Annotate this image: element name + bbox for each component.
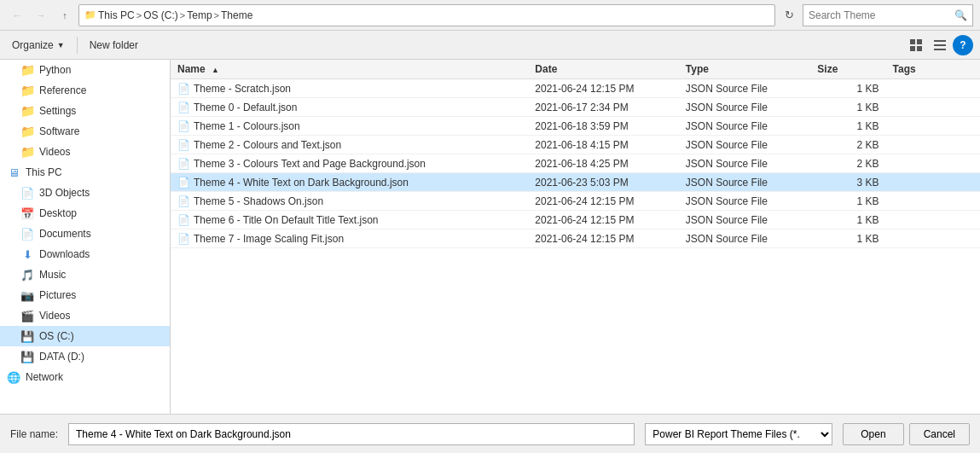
- breadcrumb-folder-icon: 📁: [84, 9, 96, 20]
- sidebar-item-settings[interactable]: 📁 Settings: [0, 101, 170, 121]
- svg-rect-5: [934, 44, 946, 46]
- network-icon: 🌐: [7, 370, 20, 384]
- sidebar-item-data-d[interactable]: 💾 DATA (D:): [0, 346, 170, 367]
- file-type: JSON Source File: [679, 117, 810, 136]
- file-tags: [886, 136, 980, 154]
- table-row[interactable]: 📄Theme 6 - Title On Default Title Text.j…: [171, 211, 980, 229]
- json-file-icon: 📄: [177, 158, 190, 170]
- sidebar-item-reference[interactable]: 📁 Reference: [0, 80, 170, 101]
- folder-icon: 📁: [20, 125, 34, 138]
- new-folder-label: New folder: [90, 39, 138, 51]
- file-size: 1 KB: [810, 117, 885, 136]
- breadcrumb-theme[interactable]: Theme: [221, 9, 252, 21]
- file-name-cell: 📄Theme 5 - Shadows On.json: [171, 192, 528, 211]
- file-date: 2021-06-24 12:15 PM: [528, 211, 679, 229]
- file-tags: [886, 211, 980, 229]
- breadcrumb-temp[interactable]: Temp: [187, 9, 212, 21]
- search-input[interactable]: [809, 9, 951, 21]
- col-header-tags[interactable]: Tags: [886, 60, 980, 79]
- new-folder-button[interactable]: New folder: [84, 38, 143, 53]
- file-size: 2 KB: [810, 136, 885, 154]
- file-type: JSON Source File: [679, 98, 810, 117]
- file-tags: [886, 154, 980, 173]
- file-name-cell: 📄Theme 6 - Title On Default Title Text.j…: [171, 211, 528, 229]
- top-bar: ← → ↑ 📁 This PC > OS (C:) > Temp > Theme…: [0, 0, 980, 31]
- breadcrumb-sep2: >: [180, 10, 185, 20]
- sidebar-item-os-c[interactable]: 💾 OS (C:): [0, 326, 170, 346]
- sidebar-item-python[interactable]: 📁 Python: [0, 60, 170, 80]
- file-name-cell: 📄Theme 7 - Image Scaling Fit.json: [171, 229, 528, 248]
- sidebar-item-3d-objects[interactable]: 📄 3D Objects: [0, 183, 170, 203]
- help-button[interactable]: ?: [953, 35, 973, 55]
- file-date: 2021-06-18 4:25 PM: [528, 154, 679, 173]
- cancel-button[interactable]: Cancel: [909, 423, 970, 445]
- filetype-select[interactable]: Power BI Report Theme Files (*.: [645, 423, 832, 445]
- forward-button[interactable]: →: [31, 5, 51, 26]
- col-header-type[interactable]: Type: [679, 60, 810, 79]
- sidebar-item-label: Settings: [39, 105, 76, 117]
- file-tags: [886, 98, 980, 117]
- open-button[interactable]: Open: [843, 423, 903, 445]
- breadcrumb-sep1: >: [136, 10, 142, 20]
- svg-rect-3: [917, 46, 922, 51]
- folder-icon: 📁: [20, 104, 34, 118]
- refresh-button[interactable]: ↻: [779, 5, 799, 26]
- details-icon: [933, 38, 947, 52]
- file-size: 2 KB: [810, 154, 885, 173]
- up-button[interactable]: ↑: [55, 5, 75, 26]
- organize-button[interactable]: Organize ▼: [7, 38, 70, 53]
- json-file-icon: 📄: [177, 233, 190, 245]
- view-toggle-button[interactable]: [905, 35, 927, 55]
- bottom-bar: File name: Power BI Report Theme Files (…: [0, 414, 980, 453]
- view-details-button[interactable]: [929, 35, 951, 55]
- col-header-name[interactable]: Name ▲: [171, 60, 528, 79]
- file-date: 2021-06-24 12:15 PM: [528, 192, 679, 211]
- sidebar-item-desktop[interactable]: 📅 Desktop: [0, 203, 170, 224]
- json-file-icon: 📄: [177, 83, 190, 95]
- sidebar-item-label: Downloads: [39, 248, 90, 260]
- table-row[interactable]: 📄Theme 5 - Shadows On.json2021-06-24 12:…: [171, 192, 980, 211]
- table-row[interactable]: 📄Theme 2 - Colours and Text.json2021-06-…: [171, 136, 980, 154]
- table-row[interactable]: 📄Theme - Scratch.json2021-06-24 12:15 PM…: [171, 79, 980, 98]
- breadcrumb-os-c[interactable]: OS (C:): [143, 9, 178, 21]
- back-button[interactable]: ←: [7, 5, 27, 26]
- file-date: 2021-06-18 4:15 PM: [528, 136, 679, 154]
- breadcrumb-this-pc[interactable]: This PC: [98, 9, 135, 21]
- sidebar-item-pictures[interactable]: 📷 Pictures: [0, 285, 170, 305]
- sidebar-item-music[interactable]: 🎵 Music: [0, 264, 170, 285]
- sidebar-item-this-pc[interactable]: 🖥 This PC: [0, 162, 170, 183]
- col-header-date[interactable]: Date: [528, 60, 679, 79]
- sidebar-item-network[interactable]: 🌐 Network: [0, 367, 170, 387]
- file-date: 2021-06-23 5:03 PM: [528, 173, 679, 192]
- sidebar-item-videos-user[interactable]: 📁 Videos: [0, 142, 170, 162]
- file-date: 2021-06-24 12:15 PM: [528, 79, 679, 98]
- json-file-icon: 📄: [177, 102, 190, 113]
- filename-input[interactable]: [68, 423, 635, 445]
- sidebar-item-label: 3D Objects: [39, 187, 90, 199]
- sidebar-item-videos[interactable]: 🎬 Videos: [0, 305, 170, 326]
- file-size: 3 KB: [810, 173, 885, 192]
- sidebar-item-software[interactable]: 📁 Software: [0, 121, 170, 142]
- file-type: JSON Source File: [679, 192, 810, 211]
- table-row[interactable]: 📄Theme 4 - White Text on Dark Background…: [171, 173, 980, 192]
- downloads-icon: ⬇: [20, 247, 34, 261]
- table-row[interactable]: 📄Theme 0 - Default.json2021-06-17 2:34 P…: [171, 98, 980, 117]
- table-row[interactable]: 📄Theme 1 - Colours.json2021-06-18 3:59 P…: [171, 117, 980, 136]
- file-size: 1 KB: [810, 79, 885, 98]
- col-header-size[interactable]: Size: [810, 60, 885, 79]
- sidebar-item-downloads[interactable]: ⬇ Downloads: [0, 244, 170, 264]
- drive-icon: 💾: [20, 329, 34, 343]
- table-row[interactable]: 📄Theme 7 - Image Scaling Fit.json2021-06…: [171, 229, 980, 248]
- folder-icon: 📁: [20, 84, 34, 97]
- sidebar-item-label: OS (C:): [39, 330, 74, 342]
- sidebar-item-label: Python: [39, 64, 71, 76]
- sidebar-item-documents[interactable]: 📄 Documents: [0, 224, 170, 244]
- table-row[interactable]: 📄Theme 3 - Colours Text and Page Backgro…: [171, 154, 980, 173]
- sidebar-item-label: Reference: [39, 84, 86, 96]
- videos-icon: 🎬: [20, 309, 34, 322]
- action-buttons: Open Cancel: [843, 423, 970, 445]
- json-file-icon: 📄: [177, 177, 190, 189]
- sidebar-item-label: Music: [39, 269, 66, 281]
- file-name-cell: 📄Theme 0 - Default.json: [171, 98, 528, 117]
- file-area: Name ▲ Date Type Size Tags 📄Theme - Scra…: [171, 60, 980, 414]
